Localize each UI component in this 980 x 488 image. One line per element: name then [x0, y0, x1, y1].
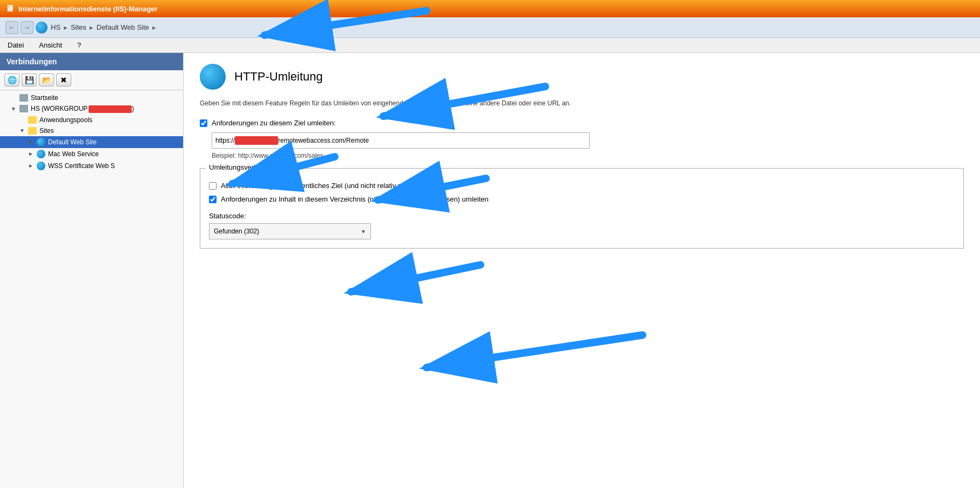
globe-icon-wss — [37, 162, 45, 170]
menu-bar: Datei Ansicht ? — [0, 38, 980, 53]
tree-item-sites[interactable]: ▼ Sites — [0, 125, 183, 136]
tree-item-anwendungspools[interactable]: Anwendungspools — [0, 115, 183, 125]
directory-label: Anforderungen zu Inhalt in diesem Verzei… — [221, 195, 489, 203]
tree-label-mws: Mac Web Service — [48, 150, 99, 158]
all-requests-label: Alle Anforderungen an eigentliches Ziel … — [221, 182, 455, 190]
title-text: Internetinformationsdienste (IIS)-Manage… — [18, 5, 158, 13]
tree-item-hs[interactable]: ▼ HS (WORKGROUP) — [0, 103, 183, 115]
tree-item-startseite[interactable]: Startseite — [0, 92, 183, 103]
page-title: HTTP-Umleitung — [234, 70, 323, 84]
page-header: HTTP-Umleitung — [200, 64, 964, 90]
app-icon: 🖥 — [5, 4, 14, 14]
sep2: ► — [89, 24, 94, 31]
redirect-checkbox-row: Anforderungen zu diesem Ziel umleiten: — [200, 119, 964, 127]
section-title: Umleitungsverhalten — [206, 163, 276, 171]
tree-label-startseite: Startseite — [31, 94, 58, 102]
statuscode-dropdown[interactable]: Gefunden (302) ▼ — [209, 223, 371, 239]
forward-button[interactable]: → — [21, 21, 33, 34]
folder-icon-ap — [28, 116, 37, 124]
example-text: Beispiel: http://www.contoso.com/sales — [212, 152, 964, 159]
all-requests-checkbox-row: Alle Anforderungen an eigentliches Ziel … — [209, 182, 955, 190]
redirect-url-container: https:// remotewebaccess.com/Remote — [212, 132, 964, 149]
tree-arrow-hs: ▼ — [11, 106, 17, 112]
sep1: ► — [63, 24, 69, 31]
tree-item-default-web-site[interactable]: ► Default Web Site — [0, 136, 183, 148]
dropdown-arrow-icon: ▼ — [361, 229, 366, 235]
tree-label-wss: WSS Certificate Web S — [48, 162, 115, 170]
statuscode-label: Statuscode: — [209, 212, 955, 220]
tree-arrow-sites: ▼ — [19, 128, 26, 133]
globe-icon-mws — [37, 150, 45, 158]
tree-arrow-wss: ► — [28, 163, 35, 169]
menu-help[interactable]: ? — [74, 40, 84, 50]
toolbar-save-button[interactable]: 💾 — [22, 73, 37, 86]
tree-label-ap: Anwendungspools — [39, 116, 92, 124]
breadcrumb: HS ► Sites ► Default Web Site ► — [51, 23, 157, 31]
tree-arrow-dws: ► — [28, 139, 35, 145]
tree-label-sites: Sites — [39, 127, 54, 135]
all-requests-checkbox[interactable] — [209, 182, 217, 190]
sidebar: Verbindungen 🌐 💾 📂 ✖ Startseite ▼ HS (WO… — [0, 53, 184, 488]
tree-arrow-mws: ► — [28, 151, 35, 157]
address-globe-icon — [36, 22, 48, 34]
main-layout: Verbindungen 🌐 💾 📂 ✖ Startseite ▼ HS (WO… — [0, 53, 980, 488]
url-redacted-part — [235, 136, 278, 145]
globe-icon-dws — [37, 138, 45, 146]
toolbar-folder-button[interactable]: 📂 — [39, 73, 54, 86]
url-prefix: https:// — [215, 137, 235, 144]
address-bar: ← → HS ► Sites ► Default Web Site ► — [0, 17, 980, 38]
computer-icon-hs — [19, 105, 28, 112]
sidebar-tree: Startseite ▼ HS (WORKGROUP) Anwendungspo… — [0, 90, 183, 488]
directory-checkbox[interactable] — [209, 196, 217, 203]
toolbar-globe-button[interactable]: 🌐 — [4, 73, 19, 86]
url-suffix: remotewebaccess.com/Remote — [278, 137, 369, 144]
tree-item-wss[interactable]: ► WSS Certificate Web S — [0, 160, 183, 172]
redirect-checkbox[interactable] — [200, 119, 207, 127]
tree-item-mac-web-service[interactable]: ► Mac Web Service — [0, 148, 183, 160]
redacted-hostname — [89, 105, 132, 113]
back-button[interactable]: ← — [5, 21, 18, 34]
redirect-checkbox-label: Anforderungen zu diesem Ziel umleiten: — [212, 119, 336, 127]
toolbar-close-button[interactable]: ✖ — [56, 73, 71, 86]
section-umleitungsverhalten: Umleitungsverhalten Alle Anforderungen a… — [200, 168, 964, 249]
title-bar: 🖥 Internetinformationsdienste (IIS)-Mana… — [0, 0, 980, 17]
menu-ansicht[interactable]: Ansicht — [36, 40, 65, 50]
statuscode-container: Statuscode: Gefunden (302) ▼ — [209, 212, 955, 239]
tree-label-dws: Default Web Site — [48, 138, 97, 146]
breadcrumb-hs[interactable]: HS — [51, 23, 60, 31]
page-globe-icon — [200, 64, 226, 90]
sidebar-toolbar: 🌐 💾 📂 ✖ — [0, 70, 183, 90]
folder-icon-sites — [28, 127, 37, 135]
tree-label-hs: HS (WORKGROUP) — [31, 105, 134, 113]
sidebar-header: Verbindungen — [0, 53, 183, 70]
computer-icon — [19, 94, 28, 102]
sep3: ► — [151, 24, 157, 31]
menu-datei[interactable]: Datei — [4, 40, 27, 50]
directory-checkbox-row: Anforderungen zu Inhalt in diesem Verzei… — [209, 195, 955, 203]
content-area: HTTP-Umleitung Geben Sie mit diesem Feat… — [184, 53, 980, 488]
breadcrumb-site[interactable]: Default Web Site — [97, 23, 149, 31]
breadcrumb-sites[interactable]: Sites — [71, 23, 86, 31]
page-description: Geben Sie mit diesem Feature Regeln für … — [200, 98, 964, 108]
statuscode-value: Gefunden (302) — [214, 228, 259, 235]
